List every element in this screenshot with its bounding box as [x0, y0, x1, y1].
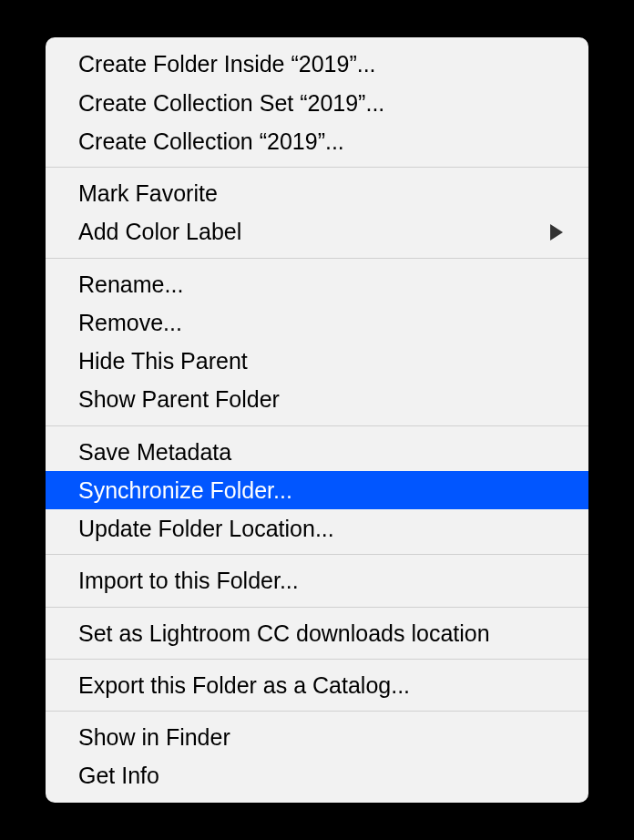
context-menu: Create Folder Inside “2019”... Create Co…	[46, 37, 588, 802]
menu-item-label: Mark Favorite	[78, 177, 218, 210]
menu-item-label: Add Color Label	[78, 215, 241, 248]
menu-separator	[46, 554, 588, 555]
menu-item-label: Export this Folder as a Catalog...	[78, 669, 410, 702]
menu-item-synchronize-folder[interactable]: Synchronize Folder...	[46, 471, 588, 509]
menu-separator	[46, 659, 588, 660]
menu-item-import-to-this-folder[interactable]: Import to this Folder...	[46, 561, 588, 599]
menu-item-label: Create Folder Inside “2019”...	[78, 47, 376, 80]
menu-item-label: Show in Finder	[78, 721, 230, 753]
menu-item-label: Show Parent Folder	[78, 383, 280, 415]
menu-item-create-collection-set[interactable]: Create Collection Set “2019”...	[46, 84, 588, 122]
menu-item-label: Rename...	[78, 268, 183, 301]
menu-item-show-parent-folder[interactable]: Show Parent Folder	[46, 380, 588, 418]
menu-item-rename[interactable]: Rename...	[46, 265, 588, 303]
menu-item-label: Import to this Folder...	[78, 564, 299, 597]
menu-item-set-as-lightroom-cc-downloads-location[interactable]: Set as Lightroom CC downloads location	[46, 614, 588, 652]
menu-separator	[46, 167, 588, 168]
menu-item-create-collection[interactable]: Create Collection “2019”...	[46, 122, 588, 160]
menu-separator	[46, 607, 588, 608]
menu-item-label: Hide This Parent	[78, 344, 248, 377]
submenu-arrow-icon	[550, 224, 563, 241]
menu-item-label: Create Collection “2019”...	[78, 125, 344, 158]
menu-item-add-color-label[interactable]: Add Color Label	[46, 212, 588, 251]
menu-item-remove[interactable]: Remove...	[46, 303, 588, 342]
menu-item-label: Create Collection Set “2019”...	[78, 87, 384, 119]
menu-item-label: Update Folder Location...	[78, 512, 334, 545]
menu-item-label: Set as Lightroom CC downloads location	[78, 617, 490, 650]
menu-separator	[46, 711, 588, 712]
menu-item-update-folder-location[interactable]: Update Folder Location...	[46, 509, 588, 548]
menu-item-export-this-folder-as-a-catalog[interactable]: Export this Folder as a Catalog...	[46, 666, 588, 704]
menu-item-show-in-finder[interactable]: Show in Finder	[46, 718, 588, 756]
menu-item-create-folder-inside[interactable]: Create Folder Inside “2019”...	[46, 45, 588, 83]
menu-item-label: Save Metadata	[78, 435, 231, 468]
menu-item-save-metadata[interactable]: Save Metadata	[46, 433, 588, 471]
menu-item-label: Remove...	[78, 306, 182, 339]
menu-item-label: Synchronize Folder...	[78, 474, 292, 507]
menu-separator	[46, 258, 588, 259]
menu-item-mark-favorite[interactable]: Mark Favorite	[46, 174, 588, 212]
menu-separator	[46, 425, 588, 426]
menu-item-hide-this-parent[interactable]: Hide This Parent	[46, 342, 588, 380]
menu-item-label: Get Info	[78, 759, 159, 792]
menu-item-get-info[interactable]: Get Info	[46, 756, 588, 794]
